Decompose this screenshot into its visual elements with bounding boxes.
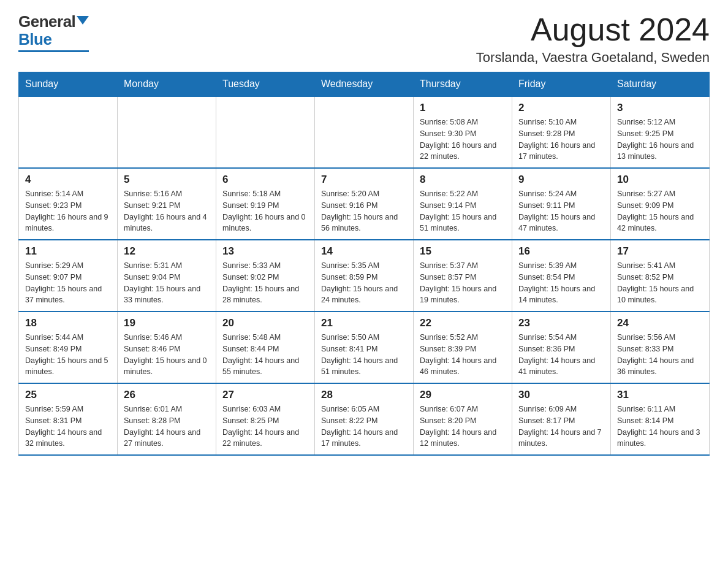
calendar-day-cell: 10Sunrise: 5:27 AM Sunset: 9:09 PM Dayli… <box>611 168 710 240</box>
day-info: Sunrise: 5:52 AM Sunset: 8:39 PM Dayligh… <box>420 332 506 378</box>
location-title: Torslanda, Vaestra Goetaland, Sweden <box>476 50 710 66</box>
calendar-header-sunday: Sunday <box>19 72 118 97</box>
day-info: Sunrise: 6:03 AM Sunset: 8:25 PM Dayligh… <box>222 404 308 450</box>
day-info: Sunrise: 5:46 AM Sunset: 8:46 PM Dayligh… <box>124 332 210 378</box>
calendar-day-cell: 2Sunrise: 5:10 AM Sunset: 9:28 PM Daylig… <box>512 96 611 168</box>
day-info: Sunrise: 5:29 AM Sunset: 9:07 PM Dayligh… <box>25 260 111 306</box>
calendar-day-cell: 27Sunrise: 6:03 AM Sunset: 8:25 PM Dayli… <box>216 383 315 455</box>
day-number: 12 <box>124 245 210 258</box>
day-number: 8 <box>420 174 506 186</box>
calendar-day-cell: 26Sunrise: 6:01 AM Sunset: 8:28 PM Dayli… <box>118 383 216 455</box>
day-number: 24 <box>617 317 703 329</box>
day-info: Sunrise: 5:31 AM Sunset: 9:04 PM Dayligh… <box>124 260 210 306</box>
day-number: 4 <box>25 174 111 186</box>
calendar-day-cell: 19Sunrise: 5:46 AM Sunset: 8:46 PM Dayli… <box>118 312 216 383</box>
day-number: 3 <box>617 102 703 114</box>
day-info: Sunrise: 5:39 AM Sunset: 8:54 PM Dayligh… <box>518 260 604 306</box>
calendar-week-row: 18Sunrise: 5:44 AM Sunset: 8:49 PM Dayli… <box>19 312 710 383</box>
day-number: 13 <box>222 245 308 258</box>
calendar-day-cell: 22Sunrise: 5:52 AM Sunset: 8:39 PM Dayli… <box>414 312 512 383</box>
day-number: 22 <box>420 317 506 329</box>
day-info: Sunrise: 5:20 AM Sunset: 9:16 PM Dayligh… <box>321 188 407 234</box>
month-title: August 2024 <box>476 12 710 47</box>
page-header: General Blue August 2024 Torslanda, Vaes… <box>18 12 710 66</box>
day-number: 21 <box>321 317 407 329</box>
day-number: 16 <box>518 245 604 258</box>
calendar-day-cell: 18Sunrise: 5:44 AM Sunset: 8:49 PM Dayli… <box>19 312 118 383</box>
calendar-day-cell: 13Sunrise: 5:33 AM Sunset: 9:02 PM Dayli… <box>216 240 315 312</box>
day-number: 28 <box>321 389 407 401</box>
day-number: 29 <box>420 389 506 401</box>
day-info: Sunrise: 5:24 AM Sunset: 9:11 PM Dayligh… <box>518 188 604 234</box>
calendar-day-cell: 28Sunrise: 6:05 AM Sunset: 8:22 PM Dayli… <box>315 383 414 455</box>
calendar-day-cell: 25Sunrise: 5:59 AM Sunset: 8:31 PM Dayli… <box>19 383 118 455</box>
day-info: Sunrise: 5:44 AM Sunset: 8:49 PM Dayligh… <box>25 332 111 378</box>
day-info: Sunrise: 5:27 AM Sunset: 9:09 PM Dayligh… <box>617 188 703 234</box>
calendar-day-cell <box>315 96 414 168</box>
day-number: 27 <box>222 389 308 401</box>
calendar-table: SundayMondayTuesdayWednesdayThursdayFrid… <box>18 72 710 456</box>
calendar-week-row: 25Sunrise: 5:59 AM Sunset: 8:31 PM Dayli… <box>19 383 710 455</box>
calendar-day-cell: 5Sunrise: 5:16 AM Sunset: 9:21 PM Daylig… <box>118 168 216 240</box>
calendar-day-cell: 23Sunrise: 5:54 AM Sunset: 8:36 PM Dayli… <box>512 312 611 383</box>
day-info: Sunrise: 6:11 AM Sunset: 8:14 PM Dayligh… <box>617 404 703 450</box>
day-info: Sunrise: 5:16 AM Sunset: 9:21 PM Dayligh… <box>124 188 210 234</box>
day-number: 25 <box>25 389 111 401</box>
calendar-day-cell: 4Sunrise: 5:14 AM Sunset: 9:23 PM Daylig… <box>19 168 118 240</box>
day-info: Sunrise: 5:12 AM Sunset: 9:25 PM Dayligh… <box>617 117 703 163</box>
calendar-day-cell: 17Sunrise: 5:41 AM Sunset: 8:52 PM Dayli… <box>611 240 710 312</box>
day-info: Sunrise: 6:05 AM Sunset: 8:22 PM Dayligh… <box>321 404 407 450</box>
day-info: Sunrise: 5:59 AM Sunset: 8:31 PM Dayligh… <box>25 404 111 450</box>
calendar-header-tuesday: Tuesday <box>216 72 315 97</box>
calendar-day-cell: 6Sunrise: 5:18 AM Sunset: 9:19 PM Daylig… <box>216 168 315 240</box>
day-number: 9 <box>518 174 604 186</box>
calendar-day-cell: 9Sunrise: 5:24 AM Sunset: 9:11 PM Daylig… <box>512 168 611 240</box>
day-number: 20 <box>222 317 308 329</box>
day-info: Sunrise: 5:41 AM Sunset: 8:52 PM Dayligh… <box>617 260 703 306</box>
logo-general-text: General <box>18 12 75 31</box>
calendar-day-cell: 21Sunrise: 5:50 AM Sunset: 8:41 PM Dayli… <box>315 312 414 383</box>
day-number: 15 <box>420 245 506 258</box>
day-number: 31 <box>617 389 703 401</box>
calendar-week-row: 1Sunrise: 5:08 AM Sunset: 9:30 PM Daylig… <box>19 96 710 168</box>
calendar-header-wednesday: Wednesday <box>315 72 414 97</box>
day-number: 17 <box>617 245 703 258</box>
calendar-day-cell: 29Sunrise: 6:07 AM Sunset: 8:20 PM Dayli… <box>414 383 512 455</box>
day-number: 23 <box>518 317 604 329</box>
day-info: Sunrise: 5:37 AM Sunset: 8:57 PM Dayligh… <box>420 260 506 306</box>
calendar-day-cell: 7Sunrise: 5:20 AM Sunset: 9:16 PM Daylig… <box>315 168 414 240</box>
day-number: 5 <box>124 174 210 186</box>
calendar-day-cell: 30Sunrise: 6:09 AM Sunset: 8:17 PM Dayli… <box>512 383 611 455</box>
calendar-day-cell: 31Sunrise: 6:11 AM Sunset: 8:14 PM Dayli… <box>611 383 710 455</box>
day-number: 2 <box>518 102 604 114</box>
calendar-day-cell: 20Sunrise: 5:48 AM Sunset: 8:44 PM Dayli… <box>216 312 315 383</box>
calendar-day-cell <box>19 96 118 168</box>
calendar-day-cell: 12Sunrise: 5:31 AM Sunset: 9:04 PM Dayli… <box>118 240 216 312</box>
title-block: August 2024 Torslanda, Vaestra Goetaland… <box>476 12 710 66</box>
calendar-header-row: SundayMondayTuesdayWednesdayThursdayFrid… <box>19 72 710 97</box>
day-number: 11 <box>25 245 111 258</box>
calendar-day-cell: 24Sunrise: 5:56 AM Sunset: 8:33 PM Dayli… <box>611 312 710 383</box>
calendar-day-cell: 11Sunrise: 5:29 AM Sunset: 9:07 PM Dayli… <box>19 240 118 312</box>
day-info: Sunrise: 5:33 AM Sunset: 9:02 PM Dayligh… <box>222 260 308 306</box>
calendar-day-cell: 14Sunrise: 5:35 AM Sunset: 8:59 PM Dayli… <box>315 240 414 312</box>
day-info: Sunrise: 6:01 AM Sunset: 8:28 PM Dayligh… <box>124 404 210 450</box>
day-info: Sunrise: 5:54 AM Sunset: 8:36 PM Dayligh… <box>518 332 604 378</box>
calendar-day-cell: 15Sunrise: 5:37 AM Sunset: 8:57 PM Dayli… <box>414 240 512 312</box>
day-number: 10 <box>617 174 703 186</box>
day-info: Sunrise: 5:48 AM Sunset: 8:44 PM Dayligh… <box>222 332 308 378</box>
day-info: Sunrise: 5:18 AM Sunset: 9:19 PM Dayligh… <box>222 188 308 234</box>
calendar-week-row: 11Sunrise: 5:29 AM Sunset: 9:07 PM Dayli… <box>19 240 710 312</box>
day-info: Sunrise: 6:07 AM Sunset: 8:20 PM Dayligh… <box>420 404 506 450</box>
calendar-day-cell: 16Sunrise: 5:39 AM Sunset: 8:54 PM Dayli… <box>512 240 611 312</box>
logo-underline <box>18 50 89 52</box>
calendar-day-cell: 3Sunrise: 5:12 AM Sunset: 9:25 PM Daylig… <box>611 96 710 168</box>
calendar-day-cell <box>118 96 216 168</box>
logo-blue-text: Blue <box>18 30 51 49</box>
logo-triangle-icon <box>77 16 89 25</box>
day-info: Sunrise: 6:09 AM Sunset: 8:17 PM Dayligh… <box>518 404 604 450</box>
calendar-header-friday: Friday <box>512 72 611 97</box>
day-info: Sunrise: 5:50 AM Sunset: 8:41 PM Dayligh… <box>321 332 407 378</box>
calendar-week-row: 4Sunrise: 5:14 AM Sunset: 9:23 PM Daylig… <box>19 168 710 240</box>
day-info: Sunrise: 5:22 AM Sunset: 9:14 PM Dayligh… <box>420 188 506 234</box>
